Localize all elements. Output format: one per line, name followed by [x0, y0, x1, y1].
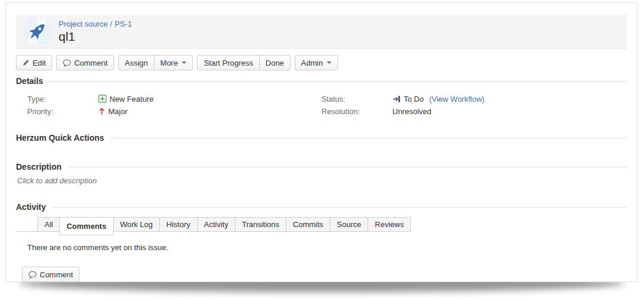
details-section-heading: Details [16, 76, 627, 86]
add-description-placeholder[interactable]: Click to add description [17, 176, 627, 185]
breadcrumb-separator: / [108, 20, 115, 28]
resolution-value: Unresolved [392, 107, 432, 116]
description-section-heading: Description [16, 162, 627, 171]
speech-bubble-icon [63, 59, 71, 67]
tabstrip-lead-line [16, 217, 37, 232]
tab-all[interactable]: All [37, 217, 60, 232]
activity-heading-label: Activity [16, 202, 46, 212]
tab-source[interactable]: Source [330, 217, 368, 232]
edit-button[interactable]: Edit [16, 55, 52, 70]
status-value: To Do (View Workflow) [392, 95, 484, 103]
done-button[interactable]: Done [259, 55, 291, 70]
priority-value: Major [98, 107, 128, 116]
comment-button[interactable]: Comment [56, 55, 114, 70]
view-workflow-link[interactable]: (View Workflow) [429, 95, 484, 103]
comment-button-label: Comment [74, 59, 107, 67]
tab-reviews[interactable]: Reviews [368, 217, 411, 232]
resolution-value-text: Unresolved [392, 107, 432, 116]
tab-work-log[interactable]: Work Log [113, 217, 160, 232]
type-label: Type: [27, 95, 98, 103]
detail-row-resolution: Resolution: Unresolved [321, 105, 627, 117]
footer-actions: Comment [22, 267, 627, 282]
details-left-column: Type: New Feature Priority: Major [16, 93, 321, 117]
issue-title: ql1 [59, 30, 132, 44]
no-comments-message: There are no comments yet on this issue. [27, 243, 627, 252]
priority-value-text: Major [108, 107, 128, 116]
admin-dropdown-button[interactable]: Admin [295, 55, 339, 70]
priority-label: Priority: [27, 107, 98, 116]
status-label: Status: [321, 95, 392, 103]
quick-actions-section-heading: Herzum Quick Actions [16, 133, 627, 143]
assign-button[interactable]: Assign [118, 55, 154, 70]
more-dropdown-button[interactable]: More [154, 55, 194, 70]
breadcrumb: Project source/PS-1 [59, 20, 132, 28]
detail-row-type: Type: New Feature [16, 93, 321, 105]
details-properties: Type: New Feature Priority: Major [16, 93, 627, 117]
start-progress-button[interactable]: Start Progress [197, 55, 259, 70]
issue-toolbar: Edit Comment Assign More Start Progress … [16, 55, 627, 70]
new-feature-icon [98, 95, 107, 103]
priority-major-icon [98, 107, 105, 115]
breadcrumb-issue-key-link[interactable]: PS-1 [115, 20, 132, 28]
detail-row-priority: Priority: Major [16, 105, 321, 117]
tab-commits[interactable]: Commits [286, 217, 330, 232]
type-value: New Feature [98, 95, 153, 103]
done-button-label: Done [266, 59, 284, 67]
edit-button-label: Edit [33, 59, 46, 67]
assign-button-group: Assign More [118, 55, 194, 70]
details-right-column: Status: To Do (View Workflow) Resolution… [321, 93, 627, 117]
activity-section-heading: Activity [16, 202, 627, 212]
description-heading-label: Description [16, 162, 62, 171]
activity-tabstrip: All Comments Work Log History Activity T… [16, 217, 627, 235]
status-value-text: To Do [404, 95, 424, 103]
tab-activity[interactable]: Activity [197, 217, 236, 232]
quick-actions-heading-label: Herzum Quick Actions [16, 133, 104, 143]
rocket-project-avatar-icon [23, 17, 51, 46]
type-value-text: New Feature [110, 95, 153, 103]
admin-button-label: Admin [301, 59, 323, 67]
tab-transitions[interactable]: Transitions [235, 217, 286, 232]
more-button-label: More [160, 59, 178, 67]
workflow-button-group: Start Progress Done [197, 55, 290, 70]
start-progress-button-label: Start Progress [204, 59, 253, 67]
assign-button-label: Assign [125, 59, 148, 67]
pencil-icon [22, 59, 30, 66]
tab-comments[interactable]: Comments [59, 217, 113, 235]
tab-history[interactable]: History [159, 217, 197, 232]
caret-down-icon [327, 62, 331, 64]
details-heading-label: Details [16, 76, 43, 86]
resolution-label: Resolution: [321, 107, 392, 116]
breadcrumb-project-link[interactable]: Project source [59, 20, 108, 28]
detail-row-status: Status: To Do (View Workflow) [321, 93, 627, 105]
caret-down-icon [182, 62, 186, 64]
issue-header: Project source/PS-1 ql1 [16, 15, 627, 48]
issue-page: Project source/PS-1 ql1 Edit Comment Ass… [5, 2, 637, 282]
speech-bubble-icon [28, 271, 37, 279]
status-todo-icon [392, 95, 401, 103]
add-comment-button[interactable]: Comment [22, 267, 79, 282]
add-comment-button-label: Comment [40, 270, 73, 279]
